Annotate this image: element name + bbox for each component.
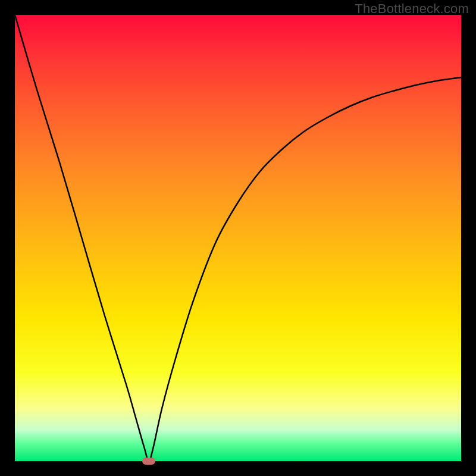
chart-frame: TheBottleneck.com bbox=[0, 0, 476, 476]
watermark-text: TheBottleneck.com bbox=[355, 1, 469, 17]
plot-area bbox=[15, 15, 461, 461]
optimal-marker bbox=[142, 458, 155, 465]
bottleneck-curve bbox=[15, 15, 461, 461]
